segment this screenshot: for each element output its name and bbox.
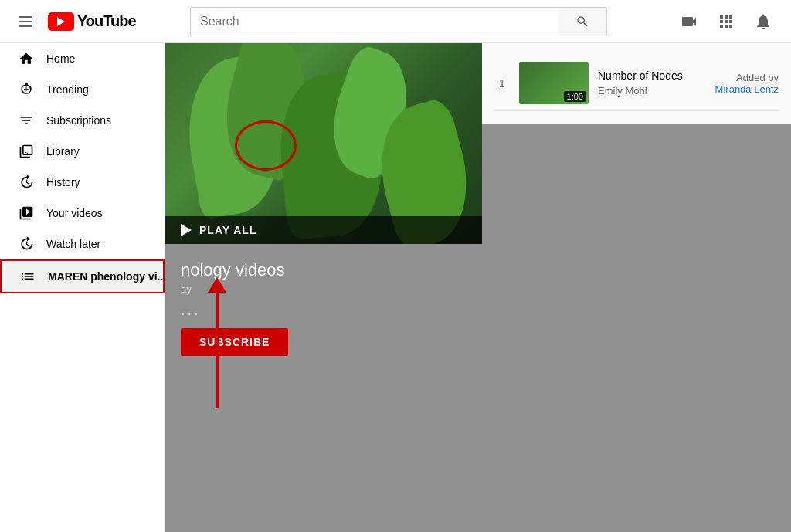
sidebar-item-label: Library [46,145,80,158]
table-row: 1 1:00 Number of Nodes Emily Mohl Added … [494,56,779,111]
header: YouTube [0,0,791,43]
your-videos-icon [19,205,34,221]
history-icon [19,175,34,190]
playlist-hero: PLAY ALL [165,43,482,244]
sidebar-item-label: History [46,176,80,188]
arrow-shaft [216,293,219,408]
video-details: Number of Nodes Emily Mohl [598,69,706,97]
annotation-circle [235,120,297,171]
main-content: PLAY ALL nology videos ay ... SUBSCRIBE … [165,43,791,532]
added-by-container: Added by Miranda Lentz [715,72,779,95]
sidebar-item-label: Trending [46,83,89,96]
header-actions [674,6,779,37]
create-button[interactable] [674,6,704,37]
playlist-icon [20,269,36,284]
apps-button[interactable] [711,6,742,37]
home-icon [19,51,34,66]
added-by-name[interactable]: Miranda Lentz [715,83,779,95]
sidebar-item-subscriptions[interactable]: Subscriptions [0,105,165,136]
added-by-label: Added by [715,72,779,83]
notifications-button[interactable] [748,6,779,37]
search-button[interactable] [558,7,607,36]
logo-text: YouTube [77,12,136,30]
body: Home Trending Subscriptions Library Hist [0,43,791,532]
library-icon [19,144,34,159]
search-icon [575,15,589,29]
play-all-bar[interactable]: PLAY ALL [165,216,482,244]
sidebar-item-library[interactable]: Library [0,136,165,167]
create-icon [680,12,698,31]
search-container [190,7,607,36]
video-thumbnail[interactable]: 1:00 [519,62,589,104]
video-duration: 1:00 [564,91,586,102]
header-left: YouTube [12,10,178,33]
search-input[interactable] [190,7,558,36]
video-title[interactable]: Number of Nodes [598,69,706,82]
sidebar-item-trending[interactable]: Trending [0,74,165,105]
watch-later-icon [19,236,34,252]
video-channel[interactable]: Emily Mohl [598,85,706,97]
subscribe-button[interactable]: SUBSCRIBE [181,328,288,356]
play-triangle-icon [181,224,192,236]
sidebar-item-label: Your videos [46,207,103,219]
logo-link[interactable]: YouTube [48,12,136,31]
sidebar-item-watch-later[interactable]: Watch later [0,229,165,259]
sidebar-item-label: Watch later [46,238,100,250]
sidebar-item-maren[interactable]: MAREN phenology vi... [0,259,165,293]
sidebar-item-label: Subscriptions [46,114,111,127]
hero-image [165,43,482,244]
arrow-annotation [208,277,226,408]
hamburger-button[interactable] [12,10,39,33]
trending-icon [19,82,34,97]
sidebar: Home Trending Subscriptions Library Hist [0,43,165,532]
youtube-logo-icon [48,12,74,31]
sidebar-item-history[interactable]: History [0,167,165,198]
apps-icon [717,12,735,31]
play-all-label: PLAY ALL [199,224,256,236]
video-list: 1 1:00 Number of Nodes Emily Mohl Added … [482,43,791,124]
sidebar-item-home[interactable]: Home [0,43,165,74]
sidebar-item-your-videos[interactable]: Your videos [0,198,165,229]
notifications-icon [754,12,772,31]
sidebar-item-label: Home [46,53,75,65]
sidebar-item-label: MAREN phenology vi... [48,270,165,283]
arrow-head-icon [208,277,226,293]
subscriptions-icon [19,113,34,128]
video-number: 1 [494,77,510,90]
